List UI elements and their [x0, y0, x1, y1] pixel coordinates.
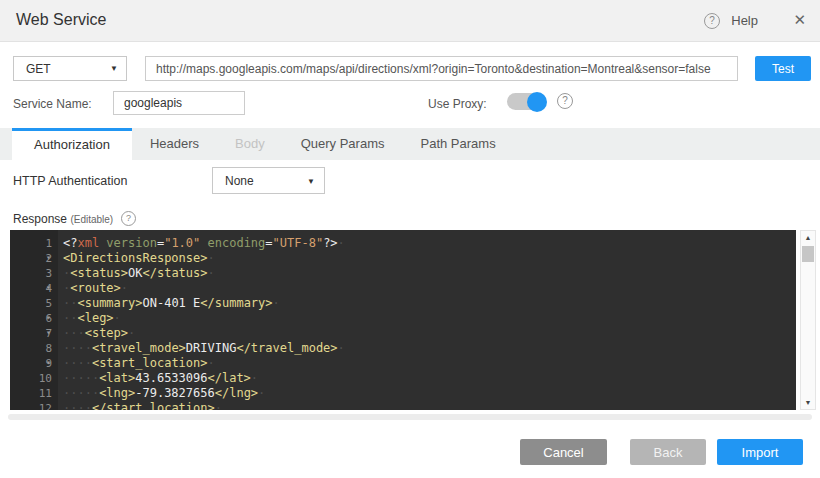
editor-line: 10·····<lat>43.6533096</lat>·	[10, 371, 796, 386]
horizontal-scrollbar[interactable]	[8, 414, 812, 420]
http-auth-value: None	[225, 174, 254, 188]
help-link[interactable]: Help	[731, 13, 758, 28]
tab-path-params[interactable]: Path Params	[402, 128, 513, 160]
code-text: ·<route>·	[63, 281, 128, 296]
code-text: ··<leg>·	[63, 311, 121, 326]
service-name-input[interactable]	[113, 91, 245, 115]
tab-authorization[interactable]: Authorization	[12, 128, 132, 162]
tab-body: Body	[217, 128, 283, 160]
response-editor[interactable]: 1<?xml version="1.0" encoding="UTF-8"?>·…	[10, 230, 796, 410]
url-input[interactable]	[145, 56, 738, 81]
web-service-dialog: Web Service ? Help ✕ GET ▼ Test Service …	[0, 0, 820, 478]
line-number: 8	[16, 341, 52, 356]
header: Web Service ? Help ✕	[0, 0, 820, 42]
editor-line: 6▾··<leg>·	[10, 311, 796, 326]
code-text: ····<travel_mode>DRIVING</travel_mode>·	[63, 341, 345, 356]
line-number: 1	[16, 236, 52, 251]
code-text: ····<start_location>·	[63, 356, 215, 371]
help-icon[interactable]: ?	[704, 13, 720, 29]
fold-arrow-icon[interactable]: ▾	[46, 355, 51, 370]
http-auth-select[interactable]: None ▼	[212, 167, 325, 194]
method-value: GET	[26, 62, 51, 76]
editor-lines: 1<?xml version="1.0" encoding="UTF-8"?>·…	[10, 236, 796, 410]
editor-line: 4▾·<route>·	[10, 281, 796, 296]
code-text: ··<summary>ON-401 E</summary>·	[63, 296, 280, 311]
line-number: 3	[16, 266, 52, 281]
response-editable-label: (Editable)	[70, 214, 113, 225]
editor-line: 5··<summary>ON-401 E</summary>·	[10, 296, 796, 311]
use-proxy-toggle[interactable]	[507, 92, 546, 111]
code-text: ·····<lng>-79.3827656</lng>·	[63, 386, 265, 401]
use-proxy-label: Use Proxy:	[428, 97, 487, 111]
test-button[interactable]: Test	[755, 56, 811, 81]
scroll-down-icon[interactable]: ▼	[801, 399, 815, 406]
import-button[interactable]: Import	[717, 439, 803, 465]
code-text: <DirectionsResponse>·	[63, 251, 215, 266]
close-icon[interactable]: ✕	[793, 11, 806, 29]
scroll-up-icon[interactable]: ▲	[801, 234, 815, 241]
editor-line: 7▾···<step>·	[10, 326, 796, 341]
cancel-button[interactable]: Cancel	[520, 439, 607, 465]
editor-line: 11·····<lng>-79.3827656</lng>·	[10, 386, 796, 401]
editor-line: 1<?xml version="1.0" encoding="UTF-8"?>·	[10, 236, 796, 251]
editor-vertical-scrollbar[interactable]: ▲ ▼	[800, 230, 816, 410]
code-text: <?xml version="1.0" encoding="UTF-8"?>·	[63, 236, 345, 251]
tab-query-params[interactable]: Query Params	[283, 128, 403, 160]
editor-line: 8····<travel_mode>DRIVING</travel_mode>·	[10, 341, 796, 356]
chevron-down-icon: ▼	[307, 177, 315, 186]
response-label: Response (Editable)	[13, 212, 113, 226]
toggle-knob	[527, 92, 547, 112]
fold-arrow-icon[interactable]: ▾	[46, 325, 51, 340]
http-auth-label: HTTP Authentication	[13, 174, 127, 188]
back-button[interactable]: Back	[630, 439, 706, 465]
line-number: 11	[16, 386, 52, 401]
fold-arrow-icon[interactable]: ▾	[46, 310, 51, 325]
tabbar: Authorization Headers Body Query Params …	[0, 128, 820, 160]
code-text: ·····<lat>43.6533096</lat>·	[63, 371, 258, 386]
editor-line: 9▾····<start_location>·	[10, 356, 796, 371]
service-name-label: Service Name:	[13, 97, 92, 111]
editor-line: 3·<status>OK</status>·	[10, 266, 796, 281]
line-number: 5	[16, 296, 52, 311]
method-select[interactable]: GET ▼	[13, 56, 127, 81]
code-text: ····</start_location>·	[63, 401, 222, 410]
fold-arrow-icon[interactable]: ▾	[46, 280, 51, 295]
line-number: 12	[16, 401, 52, 410]
line-number: 10	[16, 371, 52, 386]
chevron-down-icon: ▼	[110, 64, 118, 73]
page-title: Web Service	[16, 11, 106, 29]
tab-headers[interactable]: Headers	[132, 128, 217, 160]
fold-arrow-icon[interactable]: ▾	[46, 250, 51, 265]
response-help-icon[interactable]: ?	[121, 211, 136, 226]
proxy-help-icon[interactable]: ?	[557, 93, 573, 109]
editor-line: 2▾<DirectionsResponse>·	[10, 251, 796, 266]
scrollbar-thumb[interactable]	[802, 246, 814, 262]
code-text: ···<step>·	[63, 326, 135, 341]
code-text: ·<status>OK</status>·	[63, 266, 215, 281]
editor-line: 12····</start_location>·	[10, 401, 796, 410]
